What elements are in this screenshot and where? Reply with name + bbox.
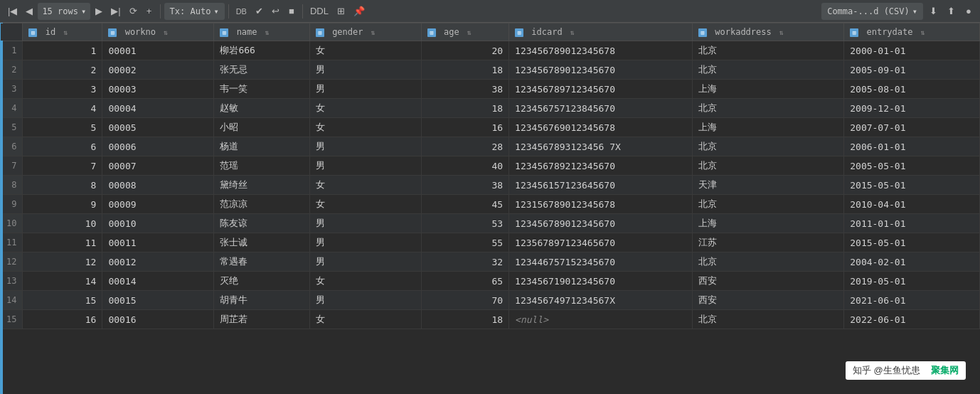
cell-workaddress[interactable]: 北京 [693, 41, 844, 60]
more-button[interactable]: ● [962, 3, 976, 20]
cell-age[interactable]: 32 [421, 252, 508, 272]
cell-workaddress[interactable]: 北京 [693, 195, 844, 214]
cell-name[interactable]: 柳岩666 [214, 41, 309, 60]
cell-workno[interactable]: 00012 [102, 252, 214, 272]
cell-name[interactable]: 韦一笑 [214, 80, 309, 99]
cell-idcard[interactable]: 123456789212345670 [509, 156, 693, 176]
cell-age[interactable]: 18 [421, 310, 508, 329]
cell-age[interactable]: 53 [421, 214, 508, 233]
col-header-entrydate[interactable]: ⊞ entrydate ⇅ [844, 23, 980, 41]
cell-gender[interactable]: 女 [309, 195, 421, 214]
cell-workno[interactable]: 00003 [102, 80, 214, 99]
stop-button[interactable]: ■ [284, 3, 299, 20]
cell-idcard[interactable]: 123456769012345678 [509, 118, 693, 137]
workaddress-sort-icon[interactable]: ⇅ [779, 28, 784, 36]
cell-idcard[interactable]: 123456789712345670 [509, 80, 693, 99]
table-row[interactable]: 3300003韦一笑男38123456789712345670上海2005-08… [1, 80, 980, 99]
cell-id[interactable]: 3 [23, 80, 102, 99]
cell-gender[interactable]: 女 [309, 118, 421, 137]
tx-display[interactable]: Tx: Auto ▾ [164, 3, 225, 20]
cell-id[interactable]: 12 [23, 252, 102, 272]
cell-age[interactable]: 38 [421, 80, 508, 99]
cell-gender[interactable]: 男 [309, 60, 421, 80]
cell-workno[interactable]: 00016 [102, 310, 214, 329]
cell-idcard[interactable]: 1234567893123456 7X [509, 137, 693, 156]
cell-gender[interactable]: 男 [309, 252, 421, 272]
idcard-sort-icon[interactable]: ⇅ [570, 28, 575, 36]
col-header-id[interactable]: ⊞ id ⇅ [23, 23, 102, 41]
table-row[interactable]: 131400014灭绝女65123456719012345670西安2019-0… [1, 272, 980, 291]
cell-age[interactable]: 45 [421, 195, 508, 214]
cell-id[interactable]: 8 [23, 176, 102, 195]
check-button[interactable]: ✔ [252, 3, 267, 20]
cell-name[interactable]: 范瑶 [214, 156, 309, 176]
cell-gender[interactable]: 女 [309, 41, 421, 60]
cell-gender[interactable]: 男 [309, 233, 421, 252]
col-header-gender[interactable]: ⊞ gender ⇅ [309, 23, 421, 41]
cell-name[interactable]: 胡青牛 [214, 291, 309, 310]
cell-workaddress[interactable]: 北京 [693, 310, 844, 329]
cell-gender[interactable]: 女 [309, 272, 421, 291]
cell-id[interactable]: 5 [23, 118, 102, 137]
col-header-name[interactable]: ⊞ name ⇅ [214, 23, 309, 41]
cell-entrydate[interactable]: 2006-01-01 [844, 137, 980, 156]
cell-gender[interactable]: 男 [309, 80, 421, 99]
table-row[interactable]: 4400004赵敏女18123456757123845670北京2009-12-… [1, 99, 980, 118]
cell-entrydate[interactable]: 2005-05-01 [844, 156, 980, 176]
cell-age[interactable]: 55 [421, 233, 508, 252]
cell-entrydate[interactable]: 2007-07-01 [844, 118, 980, 137]
cell-age[interactable]: 65 [421, 272, 508, 291]
cell-gender[interactable]: 男 [309, 156, 421, 176]
table-row[interactable]: 5500005小昭女16123456769012345678上海2007-07-… [1, 118, 980, 137]
cell-workaddress[interactable]: 上海 [693, 118, 844, 137]
cell-workno[interactable]: 00001 [102, 41, 214, 60]
refresh-button[interactable]: ⟳ [126, 3, 141, 20]
prev-page-button[interactable]: ◀ [22, 3, 36, 20]
cell-entrydate[interactable]: 2009-12-01 [844, 99, 980, 118]
cell-name[interactable]: 陈友谅 [214, 214, 309, 233]
cell-gender[interactable]: 女 [309, 310, 421, 329]
cell-entrydate[interactable]: 2004-02-01 [844, 252, 980, 272]
cell-age[interactable]: 20 [421, 41, 508, 60]
col-header-workaddress[interactable]: ⊞ workaddress ⇅ [693, 23, 844, 41]
cell-id[interactable]: 14 [23, 272, 102, 291]
cell-gender[interactable]: 女 [309, 176, 421, 195]
cell-age[interactable]: 28 [421, 137, 508, 156]
cell-gender[interactable]: 女 [309, 99, 421, 118]
ddl-button[interactable]: DDL [307, 3, 332, 20]
col-header-idcard[interactable]: ⊞ idcard ⇅ [509, 23, 693, 41]
cell-id[interactable]: 2 [23, 60, 102, 80]
cell-workaddress[interactable]: 上海 [693, 80, 844, 99]
cell-workaddress[interactable]: 北京 [693, 60, 844, 80]
cell-workno[interactable]: 00008 [102, 176, 214, 195]
cell-entrydate[interactable]: 2010-04-01 [844, 195, 980, 214]
cell-workno[interactable]: 00002 [102, 60, 214, 80]
cell-name[interactable]: 灭绝 [214, 272, 309, 291]
cell-idcard[interactable]: 123456789012345670 [509, 60, 693, 80]
name-sort-icon[interactable]: ⇅ [265, 28, 270, 36]
table-row[interactable]: 101000010陈友谅男53123456789012345670上海2011-… [1, 214, 980, 233]
cell-gender[interactable]: 男 [309, 137, 421, 156]
table-row[interactable]: 8800008黛绮丝女38123456157123645670天津2015-05… [1, 176, 980, 195]
table-row[interactable]: 151600016周芷若女18<null>北京2022-06-01 [1, 310, 980, 329]
cell-workaddress[interactable]: 北京 [693, 99, 844, 118]
cell-idcard[interactable]: 123456757123845670 [509, 99, 693, 118]
last-page-button[interactable]: ▶| [107, 3, 124, 20]
cell-age[interactable]: 18 [421, 60, 508, 80]
cell-id[interactable]: 6 [23, 137, 102, 156]
table-row[interactable]: 141500015胡青牛男7012345674971234567X西安2021-… [1, 291, 980, 310]
cell-name[interactable]: 杨道 [214, 137, 309, 156]
id-sort-icon[interactable]: ⇅ [63, 28, 68, 36]
cell-age[interactable]: 18 [421, 99, 508, 118]
cell-id[interactable]: 9 [23, 195, 102, 214]
cell-workaddress[interactable]: 上海 [693, 214, 844, 233]
cell-idcard[interactable]: 123456789012345670 [509, 214, 693, 233]
cell-workaddress[interactable]: 西安 [693, 272, 844, 291]
table-row[interactable]: 121200012常遇春男32123446757152345670北京2004-… [1, 252, 980, 272]
cell-id[interactable]: 10 [23, 214, 102, 233]
next-page-button[interactable]: ▶ [92, 3, 106, 20]
cell-workno[interactable]: 00005 [102, 118, 214, 137]
table-row[interactable]: 111100011张士诚男55123567897123465670江苏2015-… [1, 233, 980, 252]
cell-name[interactable]: 黛绮丝 [214, 176, 309, 195]
cell-entrydate[interactable]: 2022-06-01 [844, 310, 980, 329]
